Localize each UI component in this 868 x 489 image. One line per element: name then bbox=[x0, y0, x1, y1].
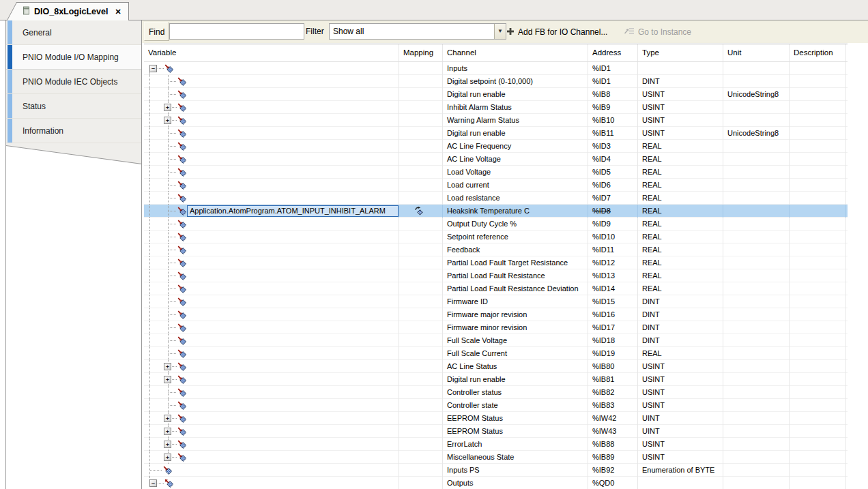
mapping-cell bbox=[399, 114, 443, 127]
chevron-down-icon[interactable]: ▼ bbox=[494, 24, 506, 39]
variable-edit-input[interactable]: Application.AtomProgram.ATOM_INPUT_INHIB… bbox=[187, 205, 399, 217]
find-label: Find bbox=[144, 22, 169, 41]
table-row[interactable]: + ErrorLatch%IB88USINT bbox=[144, 438, 848, 451]
minus-expander-icon[interactable]: − bbox=[149, 65, 157, 72]
sidebar-item-information[interactable]: Information bbox=[6, 119, 141, 143]
table-row[interactable]: Digital setpoint (0-10,000)%ID1DINT bbox=[144, 75, 848, 88]
tab-accent-bar bbox=[8, 119, 12, 143]
column-header-type[interactable]: Type bbox=[638, 44, 723, 61]
minus-expander-icon[interactable]: − bbox=[149, 479, 157, 487]
table-row[interactable]: Feedback%ID11REAL bbox=[144, 243, 848, 256]
type-cell: USINT bbox=[638, 386, 723, 399]
table-row[interactable]: Partial Load Fault Target Resistance%ID1… bbox=[144, 256, 848, 269]
column-header-address[interactable]: Address bbox=[588, 44, 638, 61]
column-header-description[interactable]: Description bbox=[790, 44, 846, 61]
table-row[interactable]: Load resistance%ID7REAL bbox=[144, 192, 848, 205]
unit-cell bbox=[723, 101, 790, 114]
find-input[interactable] bbox=[169, 23, 304, 40]
tree-line bbox=[149, 218, 150, 231]
table-row[interactable]: + Digital run enable%IB81USINT bbox=[144, 373, 848, 386]
go-to-instance-button[interactable]: Go to Instance bbox=[624, 20, 691, 43]
table-row[interactable]: Load current%ID6REAL bbox=[144, 179, 848, 192]
address-cell: %ID9 bbox=[588, 218, 638, 231]
table-row[interactable]: + EEPROM Status%IW42UINT bbox=[144, 412, 848, 425]
column-header-variable[interactable]: Variable bbox=[144, 44, 399, 61]
channel-cell: Warning Alarm Status bbox=[443, 114, 588, 127]
table-row[interactable]: Digital run enable%IB11USINTUnicodeStrin… bbox=[144, 127, 848, 140]
tree-line bbox=[149, 166, 150, 179]
input-variable-icon bbox=[177, 388, 187, 398]
table-row[interactable]: − Inputs%ID1 bbox=[144, 62, 848, 75]
description-cell bbox=[790, 127, 846, 140]
close-icon[interactable]: ✕ bbox=[113, 8, 122, 16]
table-row[interactable]: Firmware ID%ID15DINT bbox=[144, 295, 848, 308]
type-cell: REAL bbox=[638, 140, 723, 153]
table-row[interactable]: AC Line Voltage%ID4REAL bbox=[144, 153, 848, 166]
input-variable-icon bbox=[177, 414, 187, 424]
tree-line bbox=[149, 114, 150, 127]
plus-expander-icon[interactable]: + bbox=[164, 454, 171, 461]
variable-cell: + bbox=[144, 360, 399, 373]
plus-expander-icon[interactable]: + bbox=[164, 117, 171, 124]
table-row[interactable]: AC Line Frequency%ID3REAL bbox=[144, 140, 848, 153]
table-row[interactable]: Firmware major revision%ID16DINT bbox=[144, 308, 848, 321]
tree-line bbox=[149, 308, 150, 321]
table-row[interactable]: − Outputs%QD0 bbox=[144, 477, 848, 489]
channel-cell: Partial Load Fault Resistance Deviation bbox=[443, 282, 588, 295]
plus-expander-icon[interactable]: + bbox=[164, 415, 171, 422]
table-row[interactable]: Partial Load Fault Resistance Deviation%… bbox=[144, 282, 848, 295]
table-row[interactable]: + Miscellaneous State%IB89USINT bbox=[144, 451, 848, 464]
channel-cell: Load current bbox=[443, 179, 588, 192]
mapping-cell bbox=[399, 153, 443, 166]
column-header-unit[interactable]: Unit bbox=[723, 44, 790, 61]
table-row[interactable]: + Inhibit Alarm Status%IB9USINT bbox=[144, 101, 848, 114]
plus-expander-icon[interactable]: + bbox=[164, 104, 171, 111]
variable-cell bbox=[144, 231, 399, 243]
table-row[interactable]: + Warning Alarm Status%IB10USINT bbox=[144, 114, 848, 127]
table-row[interactable]: Output Duty Cycle %%ID9REAL bbox=[144, 218, 848, 231]
channel-cell: Output Duty Cycle % bbox=[443, 218, 588, 231]
plus-expander-icon[interactable]: + bbox=[164, 428, 171, 435]
table-row[interactable]: Load Voltage%ID5REAL bbox=[144, 166, 848, 179]
tree-line bbox=[172, 107, 177, 108]
table-row[interactable]: Partial Load Fault Resistance%ID13REAL bbox=[144, 269, 848, 282]
plus-expander-icon[interactable]: + bbox=[164, 363, 171, 370]
type-cell: REAL bbox=[638, 218, 723, 231]
editor-tab[interactable]: DIO_8xLogicLevel ✕ bbox=[18, 2, 129, 20]
table-row[interactable]: + AC Line Status%IB80USINT bbox=[144, 360, 848, 373]
plus-expander-icon[interactable]: + bbox=[164, 376, 171, 383]
variable-cell bbox=[144, 166, 399, 179]
plus-expander-icon[interactable]: + bbox=[164, 441, 171, 448]
table-row[interactable]: Full Scale Voltage%ID18DINT bbox=[144, 334, 848, 347]
table-row[interactable]: Firmware minor revision%ID17DINT bbox=[144, 321, 848, 334]
column-header-channel[interactable]: Channel bbox=[443, 44, 588, 61]
mapping-cell bbox=[399, 412, 443, 425]
tree-line bbox=[149, 386, 150, 399]
column-header-mapping[interactable]: Mapping bbox=[399, 44, 443, 61]
channel-cell: Miscellaneous State bbox=[443, 451, 588, 464]
address-cell: %IB92 bbox=[588, 464, 638, 477]
address-cell: %IB80 bbox=[588, 360, 638, 373]
filter-dropdown[interactable]: Show all ▼ bbox=[329, 23, 506, 40]
table-row[interactable]: Digital run enable%IB8USINTUnicodeString… bbox=[144, 88, 848, 101]
table-row[interactable]: Application.AtomProgram.ATOM_INPUT_INHIB… bbox=[144, 205, 848, 218]
description-cell bbox=[790, 438, 846, 451]
table-row[interactable]: Setpoint reference%ID10REAL bbox=[144, 231, 848, 243]
table-row[interactable]: Controller status%IB82USINT bbox=[144, 386, 848, 399]
sidebar-item-pnio-iec-objects[interactable]: PNIO Module IEC Objects bbox=[6, 70, 141, 94]
table-row[interactable]: Inputs PS%IB92Enumeration of BYTE bbox=[144, 464, 848, 477]
input-variable-icon bbox=[177, 103, 187, 113]
table-row[interactable]: Full Scale Current%ID19REAL bbox=[144, 347, 848, 360]
add-fb-button[interactable]: Add FB for IO Channel... bbox=[506, 20, 607, 43]
mapping-cell bbox=[399, 243, 443, 256]
table-row[interactable]: + EEPROM Status%IW43UINT bbox=[144, 425, 848, 438]
tree-line bbox=[158, 483, 164, 484]
unit-cell bbox=[723, 62, 790, 75]
input-variable-icon bbox=[177, 427, 187, 436]
table-row[interactable]: Controller state%IB83USINT bbox=[144, 399, 848, 412]
sidebar-item-status[interactable]: Status bbox=[6, 94, 141, 119]
sidebar-item-label: General bbox=[23, 28, 52, 38]
sidebar-item-pnio-io-mapping[interactable]: PNIO Module I/O Mapping bbox=[6, 45, 141, 70]
description-cell bbox=[790, 386, 846, 399]
sidebar-item-general[interactable]: General bbox=[6, 20, 141, 45]
